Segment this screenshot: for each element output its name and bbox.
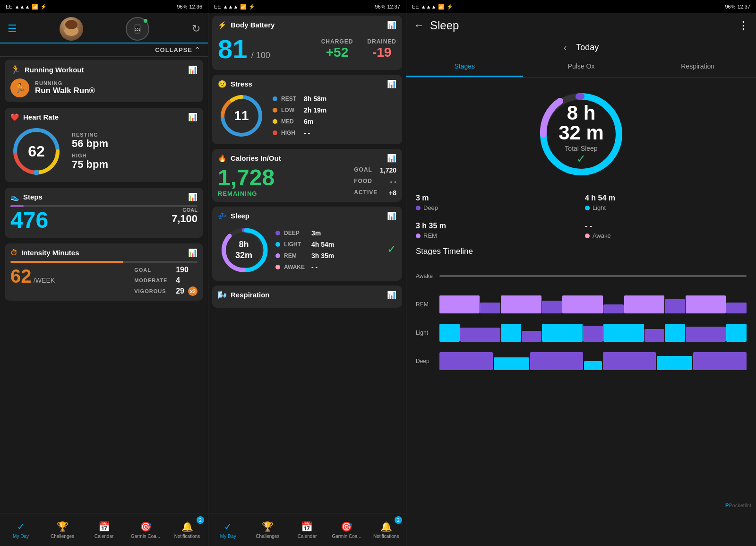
tab-pulse-ox[interactable]: Pulse Ox [523, 57, 640, 77]
timeline-label-deep: Deep [416, 358, 439, 364]
deep-stat-dot [416, 206, 421, 210]
deep-value: 3m [311, 229, 321, 237]
rem-value: 3h 35m [311, 252, 334, 260]
steps-chart-icon[interactable]: 📊 [188, 192, 198, 201]
nav-challenges-label-mid: Challenges [256, 534, 279, 539]
heart-rate-title: Heart Rate [23, 113, 59, 121]
nav-notifications-icon-left: 🔔 [181, 521, 193, 532]
nav-notifications-left[interactable]: 🔔 Notifications 2 [166, 513, 208, 546]
nav-myday-mid[interactable]: ✓ My Day [208, 513, 248, 546]
timeline-label-awake: Awake [416, 273, 439, 279]
refresh-icon[interactable]: ↻ [192, 23, 200, 35]
collapse-chevron-icon: ⌃ [194, 45, 200, 54]
body-battery-chart-icon[interactable]: 📊 [387, 20, 396, 29]
time-right: 12:37 [737, 4, 750, 9]
moderate-label: MODERATE [134, 277, 172, 283]
low-dot [273, 108, 277, 113]
hr-chart-icon[interactable]: 📊 [188, 113, 198, 121]
total-sleep-time: 8 h 32 m [558, 103, 605, 143]
running-chart-icon[interactable]: 📊 [188, 65, 198, 74]
calories-chart-icon[interactable]: 📊 [387, 154, 396, 163]
more-options-icon[interactable]: ⋮ [738, 19, 748, 32]
signal-mid: ▲▲▲ [223, 4, 239, 9]
nav-garmin-icon-left: 🎯 [140, 521, 152, 532]
steps-value: 476 [10, 207, 48, 233]
bt-right: ⚡ [447, 4, 453, 10]
rest-label: REST [281, 95, 300, 102]
tab-stages[interactable]: Stages [406, 57, 523, 77]
big-sleep-ring: 8 h 32 m Total Sleep ✓ [534, 87, 628, 182]
nav-garmin-label-left: Garmin Coa... [131, 534, 160, 539]
big-ring-text: 8 h 32 m Total Sleep ✓ [558, 103, 605, 165]
nav-garmin-mid[interactable]: 🎯 Garmin Coa... [327, 513, 367, 546]
timeline-label-light: Light [416, 329, 439, 336]
high-stress-value: - - [304, 129, 310, 137]
rem-stat-dot [416, 234, 421, 238]
respiration-icon: 🌬️ [218, 291, 227, 299]
calories-stats: GOAL 1,720 FOOD - - ACTIVE +8 [354, 166, 396, 197]
nav-challenges-left[interactable]: 🏆 Challenges [42, 513, 83, 546]
nav-calendar-left[interactable]: 📅 Calendar [83, 513, 125, 546]
rem-stat: 3 h 35 m REM [416, 219, 577, 239]
respiration-card: 🌬️ Respiration 📊 [212, 286, 402, 308]
light-stat-dot [585, 206, 590, 210]
back-button[interactable]: ← [414, 19, 424, 32]
battery-main: 81 / 100 CHARGED +52 DRAINED -19 [218, 33, 396, 65]
drained-label: DRAINED [367, 38, 396, 45]
awake-stat-dot [585, 234, 590, 238]
high-stress-label: HIGH [281, 130, 300, 136]
carrier-mid: EE [214, 4, 221, 9]
rest-value: 8h 58m [304, 95, 326, 103]
menu-icon[interactable]: ☰ [8, 23, 17, 35]
panel-right: EE ▲▲▲ 📶 ⚡ 96% 12:37 ← Sleep ⋮ ‹ Today S… [406, 0, 756, 546]
nav-challenges-icon-left: 🏆 [57, 521, 69, 532]
tab-respiration[interactable]: Respiration [639, 57, 756, 77]
nav-myday-icon-mid: ✓ [224, 521, 232, 532]
sleep-title-mid: Sleep [231, 212, 249, 220]
stress-chart-icon[interactable]: 📊 [387, 79, 396, 88]
charged-label: CHARGED [321, 38, 353, 45]
status-bar-right: EE ▲▲▲ 📶 ⚡ 96% 12:37 [406, 0, 756, 13]
med-dot [273, 119, 277, 124]
sleep-time-mid: 8h 32m [231, 239, 257, 261]
intensity-stats: GOAL 190 MODERATE 4 VIGOROUS 29 x2 [134, 266, 198, 296]
sleep-detail-title: Sleep [430, 19, 732, 32]
hr-circle: 62 [10, 125, 62, 177]
respiration-chart-icon[interactable]: 📊 [387, 290, 396, 299]
nav-notifications-badge-mid: 2 [395, 516, 402, 524]
battery-of100: / 100 [251, 51, 270, 60]
nav-notifications-icon-mid: 🔔 [380, 521, 392, 532]
signal-right: ▲▲▲ [421, 4, 437, 9]
running-workout-icon: 🏃 [10, 64, 21, 75]
awake-label: AWAKE [284, 264, 308, 270]
intensity-card: ⏱ Intensity Minutes 📊 62 /WEEK GOAL 190 … [5, 243, 203, 301]
hr-display: 62 RESTING 56 bpm HIGH 75 bpm [10, 125, 198, 177]
stress-title: Stress [231, 80, 252, 88]
goal-cal-value: 1,720 [380, 166, 396, 174]
sleep-chart-icon[interactable]: 📊 [387, 211, 396, 220]
timeline-row-light: Light [416, 319, 747, 347]
nav-notifications-mid[interactable]: 🔔 Notifications 2 [366, 513, 406, 546]
running-workout-card: 🏃 Running Workout 📊 🏃 RUNNING Run Walk R… [5, 60, 203, 102]
nav-calendar-mid[interactable]: 📅 Calendar [287, 513, 327, 546]
prev-day-button[interactable]: ‹ [564, 42, 567, 53]
nav-challenges-mid[interactable]: 🏆 Challenges [248, 513, 288, 546]
stress-value: 11 [234, 108, 249, 123]
wifi-mid: 📶 [240, 4, 247, 10]
nav-garmin-left[interactable]: 🎯 Garmin Coa... [125, 513, 166, 546]
nav-myday-icon-left: ✓ [17, 521, 25, 532]
running-workout-title: Running Workout [25, 66, 84, 74]
wifi-left: 📶 [32, 4, 38, 10]
deep-stat: 3 m Deep [416, 191, 577, 211]
pocketlint-watermark: PPocketlint [725, 503, 751, 508]
awake-stat-time: - - [585, 219, 747, 231]
nav-myday-left[interactable]: ✓ My Day [0, 513, 42, 546]
collapse-bar[interactable]: COLLAPSE ⌃ [0, 43, 208, 57]
intensity-value: 62 [10, 266, 32, 286]
hr-stats: RESTING 56 bpm HIGH 75 bpm [72, 132, 108, 171]
awake-stat: - - Awake [585, 219, 747, 239]
nav-notifications-label-mid: Notifications [373, 534, 399, 539]
intensity-chart-icon[interactable]: 📊 [188, 248, 198, 257]
intensity-title: Intensity Minutes [21, 249, 79, 257]
battery-right: 96% [725, 4, 735, 9]
